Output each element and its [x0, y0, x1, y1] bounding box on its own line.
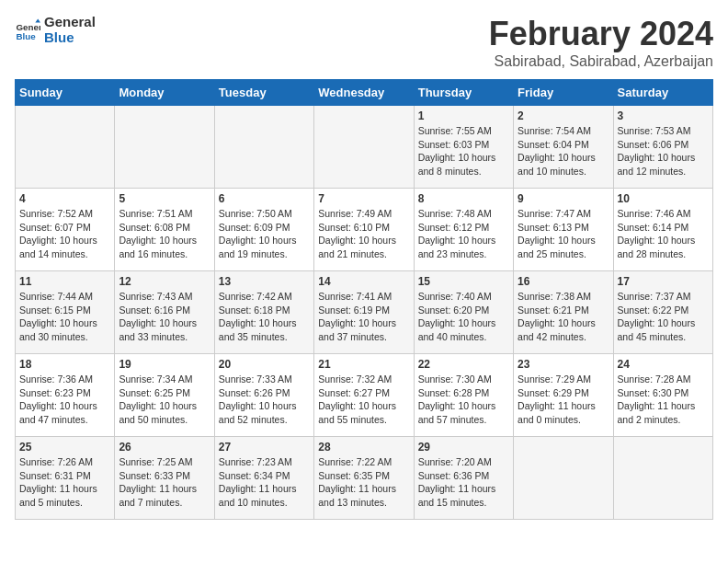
day-cell: 11Sunrise: 7:44 AM Sunset: 6:15 PM Dayli… — [16, 271, 115, 354]
day-number: 7 — [318, 192, 409, 205]
day-cell: 9Sunrise: 7:47 AM Sunset: 6:13 PM Daylig… — [514, 189, 613, 271]
day-number: 1 — [418, 109, 509, 122]
header-row: SundayMondayTuesdayWednesdayThursdayFrid… — [16, 80, 713, 106]
day-info: Sunrise: 7:53 AM Sunset: 6:06 PM Dayligh… — [618, 124, 709, 178]
day-cell: 24Sunrise: 7:28 AM Sunset: 6:30 PM Dayli… — [613, 354, 712, 437]
day-number: 18 — [19, 358, 110, 371]
day-cell: 26Sunrise: 7:25 AM Sunset: 6:33 PM Dayli… — [115, 437, 214, 520]
day-number: 10 — [618, 192, 709, 205]
day-cell — [514, 437, 613, 520]
day-info: Sunrise: 7:52 AM Sunset: 6:07 PM Dayligh… — [19, 207, 110, 261]
day-info: Sunrise: 7:26 AM Sunset: 6:31 PM Dayligh… — [19, 455, 110, 510]
logo: General Blue General Blue — [15, 15, 96, 45]
week-row-4: 18Sunrise: 7:36 AM Sunset: 6:23 PM Dayli… — [16, 354, 713, 437]
day-cell: 6Sunrise: 7:50 AM Sunset: 6:09 PM Daylig… — [214, 189, 313, 271]
day-cell: 3Sunrise: 7:53 AM Sunset: 6:06 PM Daylig… — [613, 106, 712, 189]
day-number: 5 — [119, 192, 210, 205]
header-cell-wednesday: Wednesday — [314, 80, 414, 106]
day-number: 24 — [618, 358, 709, 371]
svg-marker-2 — [35, 18, 40, 22]
logo-text-general: General — [44, 15, 96, 30]
day-number: 12 — [119, 275, 210, 288]
day-info: Sunrise: 7:29 AM Sunset: 6:29 PM Dayligh… — [518, 373, 609, 427]
day-cell: 8Sunrise: 7:48 AM Sunset: 6:12 PM Daylig… — [414, 189, 513, 271]
day-info: Sunrise: 7:41 AM Sunset: 6:19 PM Dayligh… — [318, 290, 409, 344]
day-cell — [613, 437, 712, 520]
day-info: Sunrise: 7:49 AM Sunset: 6:10 PM Dayligh… — [318, 207, 409, 261]
day-cell: 23Sunrise: 7:29 AM Sunset: 6:29 PM Dayli… — [514, 354, 613, 437]
day-cell — [16, 106, 115, 189]
day-cell: 7Sunrise: 7:49 AM Sunset: 6:10 PM Daylig… — [314, 189, 414, 271]
day-cell: 12Sunrise: 7:43 AM Sunset: 6:16 PM Dayli… — [115, 271, 214, 354]
day-cell: 14Sunrise: 7:41 AM Sunset: 6:19 PM Dayli… — [314, 271, 414, 354]
header-cell-saturday: Saturday — [613, 80, 712, 106]
day-info: Sunrise: 7:46 AM Sunset: 6:14 PM Dayligh… — [618, 207, 709, 261]
day-cell: 19Sunrise: 7:34 AM Sunset: 6:25 PM Dayli… — [115, 354, 214, 437]
day-number: 14 — [318, 275, 409, 288]
day-cell: 10Sunrise: 7:46 AM Sunset: 6:14 PM Dayli… — [613, 189, 712, 271]
day-number: 8 — [418, 192, 509, 205]
day-cell: 15Sunrise: 7:40 AM Sunset: 6:20 PM Dayli… — [414, 271, 513, 354]
day-info: Sunrise: 7:20 AM Sunset: 6:36 PM Dayligh… — [418, 455, 509, 510]
day-info: Sunrise: 7:23 AM Sunset: 6:34 PM Dayligh… — [219, 455, 310, 510]
day-info: Sunrise: 7:32 AM Sunset: 6:27 PM Dayligh… — [318, 373, 409, 427]
day-cell: 25Sunrise: 7:26 AM Sunset: 6:31 PM Dayli… — [16, 437, 115, 520]
day-number: 15 — [418, 275, 509, 288]
day-cell: 20Sunrise: 7:33 AM Sunset: 6:26 PM Dayli… — [214, 354, 313, 437]
calendar-header: SundayMondayTuesdayWednesdayThursdayFrid… — [16, 80, 713, 106]
day-info: Sunrise: 7:44 AM Sunset: 6:15 PM Dayligh… — [19, 290, 110, 344]
day-number: 29 — [418, 441, 509, 454]
day-number: 4 — [19, 192, 110, 205]
subtitle: Sabirabad, Sabirabad, Azerbaijan — [489, 53, 713, 70]
day-cell: 1Sunrise: 7:55 AM Sunset: 6:03 PM Daylig… — [414, 106, 513, 189]
day-cell — [214, 106, 313, 189]
day-number: 11 — [19, 275, 110, 288]
day-info: Sunrise: 7:36 AM Sunset: 6:23 PM Dayligh… — [19, 373, 110, 427]
day-info: Sunrise: 7:30 AM Sunset: 6:28 PM Dayligh… — [418, 373, 509, 427]
day-cell: 5Sunrise: 7:51 AM Sunset: 6:08 PM Daylig… — [115, 189, 214, 271]
day-cell: 22Sunrise: 7:30 AM Sunset: 6:28 PM Dayli… — [414, 354, 513, 437]
day-cell: 28Sunrise: 7:22 AM Sunset: 6:35 PM Dayli… — [314, 437, 414, 520]
day-cell: 21Sunrise: 7:32 AM Sunset: 6:27 PM Dayli… — [314, 354, 414, 437]
day-info: Sunrise: 7:51 AM Sunset: 6:08 PM Dayligh… — [119, 207, 210, 261]
week-row-5: 25Sunrise: 7:26 AM Sunset: 6:31 PM Dayli… — [16, 437, 713, 520]
day-number: 28 — [318, 441, 409, 454]
day-number: 16 — [518, 275, 609, 288]
day-number: 25 — [19, 441, 110, 454]
day-cell: 29Sunrise: 7:20 AM Sunset: 6:36 PM Dayli… — [414, 437, 513, 520]
day-info: Sunrise: 7:55 AM Sunset: 6:03 PM Dayligh… — [418, 124, 509, 178]
day-info: Sunrise: 7:40 AM Sunset: 6:20 PM Dayligh… — [418, 290, 509, 344]
main-title: February 2024 — [489, 15, 713, 53]
day-info: Sunrise: 7:38 AM Sunset: 6:21 PM Dayligh… — [518, 290, 609, 344]
logo-icon: General Blue — [15, 17, 40, 43]
header-cell-sunday: Sunday — [16, 80, 115, 106]
header-cell-monday: Monday — [115, 80, 214, 106]
day-number: 6 — [219, 192, 310, 205]
header: General Blue General Blue February 2024 … — [15, 15, 713, 70]
week-row-2: 4Sunrise: 7:52 AM Sunset: 6:07 PM Daylig… — [16, 189, 713, 271]
day-number: 13 — [219, 275, 310, 288]
day-number: 19 — [119, 358, 210, 371]
day-cell — [314, 106, 414, 189]
day-cell: 17Sunrise: 7:37 AM Sunset: 6:22 PM Dayli… — [613, 271, 712, 354]
day-number: 9 — [518, 192, 609, 205]
day-number: 17 — [618, 275, 709, 288]
day-number: 21 — [318, 358, 409, 371]
logo-text-blue: Blue — [44, 30, 96, 46]
svg-text:Blue: Blue — [16, 30, 36, 40]
day-cell: 2Sunrise: 7:54 AM Sunset: 6:04 PM Daylig… — [514, 106, 613, 189]
day-cell: 4Sunrise: 7:52 AM Sunset: 6:07 PM Daylig… — [16, 189, 115, 271]
day-info: Sunrise: 7:54 AM Sunset: 6:04 PM Dayligh… — [518, 124, 609, 178]
header-cell-tuesday: Tuesday — [214, 80, 313, 106]
day-number: 27 — [219, 441, 310, 454]
day-info: Sunrise: 7:50 AM Sunset: 6:09 PM Dayligh… — [219, 207, 310, 261]
calendar-body: 1Sunrise: 7:55 AM Sunset: 6:03 PM Daylig… — [16, 106, 713, 520]
week-row-3: 11Sunrise: 7:44 AM Sunset: 6:15 PM Dayli… — [16, 271, 713, 354]
day-info: Sunrise: 7:42 AM Sunset: 6:18 PM Dayligh… — [219, 290, 310, 344]
day-number: 22 — [418, 358, 509, 371]
day-info: Sunrise: 7:33 AM Sunset: 6:26 PM Dayligh… — [219, 373, 310, 427]
day-info: Sunrise: 7:28 AM Sunset: 6:30 PM Dayligh… — [618, 373, 709, 427]
day-info: Sunrise: 7:25 AM Sunset: 6:33 PM Dayligh… — [119, 455, 210, 510]
title-area: February 2024 Sabirabad, Sabirabad, Azer… — [489, 15, 713, 70]
calendar-table: SundayMondayTuesdayWednesdayThursdayFrid… — [15, 79, 713, 520]
